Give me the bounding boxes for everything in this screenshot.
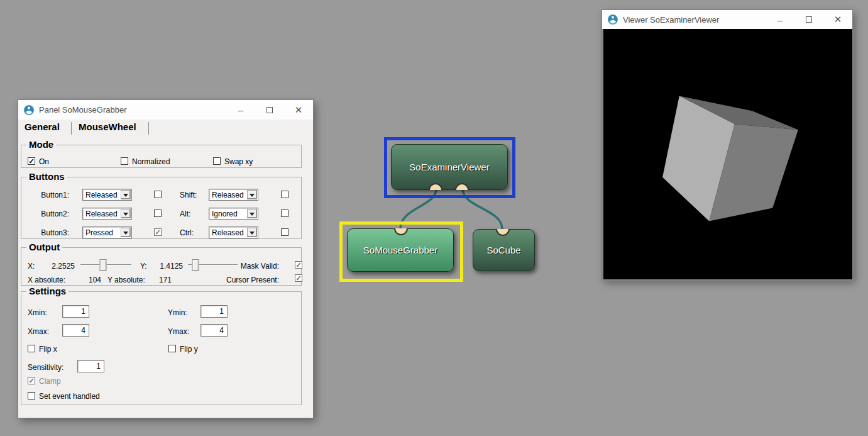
xmax-input[interactable]: 4 [62, 324, 89, 337]
node-graph-canvas[interactable]: SoExaminerViewer SoMouseGrabber SoCube [333, 126, 547, 289]
button2-combo[interactable]: Released [82, 208, 132, 220]
close-icon: ✕ [834, 14, 842, 25]
maximize-icon [266, 107, 273, 113]
xmin-input[interactable]: 1 [62, 305, 89, 318]
app-icon [24, 105, 34, 115]
flipy-checkbox[interactable] [168, 345, 176, 352]
button1-flag-checkbox[interactable] [154, 191, 162, 198]
on-checkbox[interactable] [28, 157, 35, 165]
socket-examiner-left[interactable] [429, 183, 442, 190]
swapxy-checkbox[interactable] [213, 157, 221, 165]
close-icon: ✕ [295, 104, 303, 116]
minimize-icon: – [777, 14, 783, 25]
button1-combo[interactable]: Released [82, 189, 132, 201]
y-slider-thumb[interactable] [192, 259, 199, 271]
alt-flag-checkbox[interactable] [281, 210, 288, 217]
set-event-handled-checkbox[interactable] [28, 392, 35, 400]
flipx-label: Flip x [39, 345, 57, 354]
socket-socube[interactable] [496, 229, 510, 236]
on-label: On [39, 157, 49, 166]
ymin-input[interactable]: 1 [201, 305, 228, 318]
clamp-label: Clamp [39, 377, 61, 386]
maximize-button[interactable] [255, 100, 284, 120]
y-absolute-label: Y absolute: [107, 276, 145, 284]
tab-mousewheel[interactable]: MouseWheel [79, 121, 136, 132]
button1-label: Button1: [39, 191, 69, 199]
node-label: SoCube [486, 245, 520, 255]
normalized-checkbox[interactable] [121, 157, 128, 165]
app-icon [608, 14, 618, 25]
ctrl-label: Ctrl: [180, 228, 194, 237]
group-settings: Settings Xmin: 1 Ymin: 1 Xmax: 4 Ymax: 4… [21, 291, 302, 405]
x-absolute-label: X absolute: [28, 276, 65, 284]
group-buttons: Buttons Button1: Released Shift: Release… [21, 177, 302, 239]
chevron-down-icon[interactable] [121, 228, 131, 237]
group-buttons-title: Buttons [26, 171, 67, 182]
close-button[interactable]: ✕ [284, 100, 313, 120]
alt-label: Alt: [180, 210, 190, 218]
group-output: Output X: 2.2525 Y: 1.4125 Mask Valid: X… [21, 247, 302, 286]
group-settings-title: Settings [26, 286, 69, 296]
x-value: 2.2525 [43, 262, 75, 271]
chevron-down-icon[interactable] [247, 228, 257, 237]
socket-mousegrabber[interactable] [394, 228, 408, 235]
sensitivity-label: Sensitivity: [28, 363, 63, 372]
ymax-label: Ymax: [168, 327, 189, 336]
node-soexaminerviewer[interactable]: SoExaminerViewer [391, 144, 508, 190]
node-socube[interactable]: SoCube [473, 229, 535, 271]
y-label: Y: [140, 262, 147, 271]
chevron-down-icon[interactable] [247, 190, 257, 199]
clamp-checkbox[interactable] [28, 377, 35, 384]
ymax-input[interactable]: 4 [201, 324, 228, 337]
chevron-down-icon[interactable] [121, 209, 131, 218]
cursor-present-label: Cursor Present: [216, 276, 279, 284]
mask-valid-checkbox[interactable] [295, 261, 302, 269]
ctrl-combo[interactable]: Released [209, 226, 258, 238]
node-somousegrabber[interactable]: SoMouseGrabber [347, 228, 454, 272]
tab-separator [71, 122, 72, 135]
shift-flag-checkbox[interactable] [281, 191, 288, 198]
viewer-window: Viewer SoExaminerViewer – ✕ [602, 9, 853, 280]
node-label: SoMouseGrabber [363, 245, 437, 255]
button2-flag-checkbox[interactable] [154, 210, 162, 217]
x-slider[interactable] [80, 259, 131, 271]
minimize-icon: – [238, 104, 243, 115]
sensitivity-input[interactable]: 1 [77, 360, 104, 372]
close-button[interactable]: ✕ [823, 10, 852, 29]
node-label: SoExaminerViewer [409, 162, 489, 172]
minimize-button[interactable]: – [766, 10, 794, 29]
tab-separator [148, 122, 149, 135]
group-output-title: Output [26, 242, 62, 252]
swapxy-label: Swap xy [224, 157, 253, 166]
socket-examiner-right[interactable] [455, 183, 469, 190]
button3-flag-checkbox[interactable] [154, 228, 162, 236]
chevron-down-icon[interactable] [247, 209, 257, 218]
xmin-label: Xmin: [28, 308, 47, 317]
tab-bar: General MouseWheel [18, 120, 313, 138]
alt-combo[interactable]: Ignored [209, 208, 258, 220]
xmax-label: Xmax: [28, 327, 49, 336]
viewer-titlebar[interactable]: Viewer SoExaminerViewer – ✕ [602, 10, 852, 29]
x-slider-thumb[interactable] [99, 259, 106, 271]
viewer-3d-viewport[interactable] [602, 29, 854, 281]
button3-combo[interactable]: Pressed [82, 226, 132, 238]
flipy-label: Flip y [180, 345, 198, 354]
flipx-checkbox[interactable] [28, 345, 35, 352]
y-value: 1.4125 [150, 262, 183, 271]
cube-render [603, 29, 852, 279]
tab-general[interactable]: General [25, 121, 60, 132]
mask-valid-label: Mask Valid: [229, 262, 279, 271]
set-event-handled-label: Set event handled [39, 392, 100, 401]
chevron-down-icon[interactable] [121, 190, 131, 199]
group-mode: Mode On Normalized Swap xy [21, 145, 302, 168]
ctrl-flag-checkbox[interactable] [281, 228, 288, 236]
panel-titlebar[interactable]: Panel SoMouseGrabber – ✕ [18, 100, 313, 120]
x-label: X: [28, 262, 35, 271]
normalized-label: Normalized [132, 157, 170, 166]
minimize-button[interactable]: – [226, 100, 255, 120]
shift-combo[interactable]: Released [209, 189, 258, 201]
maximize-icon [806, 16, 812, 23]
cursor-present-checkbox[interactable] [295, 274, 302, 282]
maximize-button[interactable] [794, 10, 823, 29]
viewer-title: Viewer SoExaminerViewer [623, 15, 719, 25]
